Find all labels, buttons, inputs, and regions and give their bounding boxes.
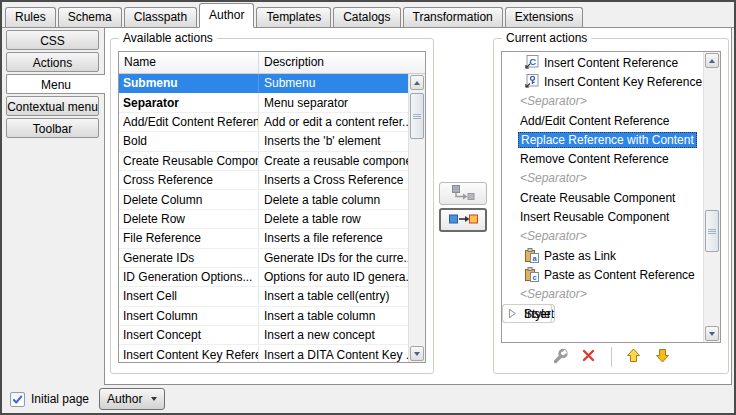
cell-description: Delete a table column bbox=[259, 191, 408, 209]
cell-description: Inserts a Cross Reference bbox=[259, 171, 408, 189]
table-row[interactable]: Cross ReferenceInserts a Cross Reference bbox=[119, 171, 408, 190]
tab-catalogs[interactable]: Catalogs bbox=[333, 7, 400, 27]
up-arrow-icon bbox=[626, 348, 641, 366]
toolbar-divider bbox=[611, 347, 612, 367]
table-row[interactable]: ID Generation Options...Options for auto… bbox=[119, 268, 408, 287]
add-action-button[interactable] bbox=[439, 208, 487, 232]
table-row[interactable]: Generate IDsGenerate IDs for the curre..… bbox=[119, 249, 408, 268]
tree-item-create-reusable-component[interactable]: Create Reusable Component bbox=[502, 188, 703, 207]
tree-separator[interactable]: <Separator> bbox=[502, 92, 703, 111]
tree-separator[interactable]: <Separator> bbox=[502, 169, 703, 188]
cell-description: Submenu bbox=[259, 74, 408, 92]
tree-item-label: <Separator> bbox=[520, 229, 587, 243]
cell-name: Delete Column bbox=[119, 191, 259, 209]
column-header-name[interactable]: Name bbox=[119, 52, 259, 73]
table-row[interactable]: SubmenuSubmenu bbox=[119, 74, 408, 93]
tree-separator[interactable]: <Separator> bbox=[502, 227, 703, 246]
tree-group-style[interactable]: Style bbox=[502, 304, 552, 323]
add-action-icon bbox=[448, 213, 478, 228]
sidebar-item-toolbar[interactable]: Toolbar bbox=[6, 118, 99, 138]
move-down-button[interactable] bbox=[653, 347, 673, 367]
tab-templates[interactable]: Templates bbox=[256, 7, 331, 27]
tree-item-label: Insert Content Reference bbox=[544, 56, 678, 70]
down-arrow-icon bbox=[655, 348, 670, 366]
cell-name: Bold bbox=[119, 132, 259, 150]
tab-classpath[interactable]: Classpath bbox=[124, 7, 197, 27]
tab-extensions[interactable]: Extensions bbox=[505, 7, 584, 27]
tab-schema[interactable]: Schema bbox=[58, 7, 122, 27]
cell-name: File Reference bbox=[119, 229, 259, 247]
chevron-down-icon bbox=[151, 397, 157, 401]
expander-icon[interactable] bbox=[508, 308, 517, 319]
cell-description: Menu separator bbox=[259, 94, 408, 112]
tree-item-remove-content-reference[interactable]: Remove Content Reference bbox=[502, 149, 703, 168]
current-actions-tree: CInsert Content ReferenceInsert Content … bbox=[501, 51, 721, 343]
tab-author[interactable]: Author bbox=[199, 3, 254, 28]
table-row[interactable]: BoldInserts the 'b' element bbox=[119, 132, 408, 151]
tree-item-paste-as-link[interactable]: aPaste as Link bbox=[502, 246, 703, 265]
move-up-button[interactable] bbox=[624, 347, 644, 367]
cell-name: Cross Reference bbox=[119, 171, 259, 189]
table-row[interactable]: Insert Content Key Refere...Insert a DIT… bbox=[119, 345, 408, 362]
scroll-up-button[interactable] bbox=[705, 53, 719, 68]
tree-item-label: Paste as Content Reference bbox=[544, 268, 695, 282]
cell-name: Delete Row bbox=[119, 210, 259, 228]
add-as-submenu-button[interactable] bbox=[439, 182, 487, 205]
tree-item-insert-reusable-component[interactable]: Insert Reusable Component bbox=[502, 207, 703, 226]
table-row[interactable]: Insert ConceptInsert a new concept bbox=[119, 326, 408, 345]
footer-bar: Initial page Author bbox=[2, 385, 734, 413]
checkmark-icon bbox=[12, 394, 23, 405]
top-tab-bar: RulesSchemaClasspathAuthorTemplatesCatal… bbox=[2, 2, 734, 28]
tree-item-label: Add/Edit Content Reference bbox=[520, 114, 669, 128]
tab-rules[interactable]: Rules bbox=[5, 7, 56, 27]
tree-item-label: Insert Reusable Component bbox=[520, 210, 669, 224]
tree-item-label: Remove Content Reference bbox=[520, 152, 669, 166]
cell-name: Create Reusable Component bbox=[119, 152, 259, 170]
remove-action-button[interactable] bbox=[579, 347, 599, 367]
sidebar-item-actions[interactable]: Actions bbox=[6, 52, 99, 72]
table-row[interactable]: Delete ColumnDelete a table column bbox=[119, 190, 408, 209]
tree-item-add-edit-content-reference[interactable]: Add/Edit Content Reference bbox=[502, 111, 703, 130]
tree-separator[interactable]: <Separator> bbox=[502, 285, 703, 304]
scroll-up-button[interactable] bbox=[410, 75, 424, 90]
tree-item-insert-content-key-reference[interactable]: Insert Content Key Reference bbox=[502, 72, 703, 91]
tree-items: CInsert Content ReferenceInsert Content … bbox=[502, 53, 703, 342]
tree-item-label: Paste as Link bbox=[544, 249, 616, 263]
tree-item-label: Create Reusable Component bbox=[520, 191, 675, 205]
table-vertical-scrollbar[interactable] bbox=[408, 74, 425, 362]
table-row[interactable]: SeparatorMenu separator bbox=[119, 93, 408, 112]
table-row[interactable]: Create Reusable ComponentCreate a reusab… bbox=[119, 152, 408, 171]
wrench-icon bbox=[551, 347, 569, 368]
table-row[interactable]: Add/Edit Content ReferenceAdd or edit a … bbox=[119, 113, 408, 132]
available-actions-group: Available actions NameDescription Submen… bbox=[110, 38, 434, 374]
tab-transformation[interactable]: Transformation bbox=[403, 7, 503, 27]
initial-page-dropdown[interactable]: Author bbox=[99, 388, 165, 410]
initial-page-checkbox[interactable] bbox=[10, 392, 25, 407]
table-row[interactable]: Insert CellInsert a table cell(entry) bbox=[119, 287, 408, 306]
table-row[interactable]: Insert ColumnInsert a table column bbox=[119, 307, 408, 326]
content-key-reference-icon bbox=[524, 74, 539, 89]
table-row[interactable]: File ReferenceInserts a file reference bbox=[119, 229, 408, 248]
tree-vertical-scrollbar[interactable] bbox=[703, 52, 720, 342]
scroll-down-button[interactable] bbox=[705, 326, 719, 341]
edit-action-button[interactable] bbox=[550, 347, 570, 367]
scroll-down-button[interactable] bbox=[410, 346, 424, 361]
tree-item-insert-content-reference[interactable]: CInsert Content Reference bbox=[502, 53, 703, 72]
table-body: SubmenuSubmenuSeparatorMenu separatorAdd… bbox=[119, 74, 408, 362]
down-arrow-icon bbox=[709, 332, 715, 336]
table-row[interactable]: Delete RowDelete a table row bbox=[119, 210, 408, 229]
scrollbar-thumb[interactable] bbox=[410, 93, 424, 139]
column-header-description[interactable]: Description bbox=[259, 52, 425, 73]
scrollbar-thumb[interactable] bbox=[705, 210, 719, 252]
available-actions-title: Available actions bbox=[119, 31, 217, 45]
sidebar-item-menu[interactable]: Menu bbox=[6, 74, 105, 94]
up-arrow-icon bbox=[709, 59, 715, 63]
cell-description: Add or edit a content refer... bbox=[259, 113, 408, 131]
tree-item-paste-as-content-reference[interactable]: cPaste as Content Reference bbox=[502, 265, 703, 284]
current-actions-title: Current actions bbox=[502, 31, 591, 45]
tree-item-label: <Separator> bbox=[520, 287, 587, 301]
tree-item-replace-reference-with-content[interactable]: Replace Reference with Content bbox=[502, 130, 703, 149]
tree-item-label: <Separator> bbox=[520, 171, 587, 185]
sidebar-item-css[interactable]: CSS bbox=[6, 30, 99, 50]
sidebar-item-contextual-menu[interactable]: Contextual menu bbox=[6, 96, 99, 116]
